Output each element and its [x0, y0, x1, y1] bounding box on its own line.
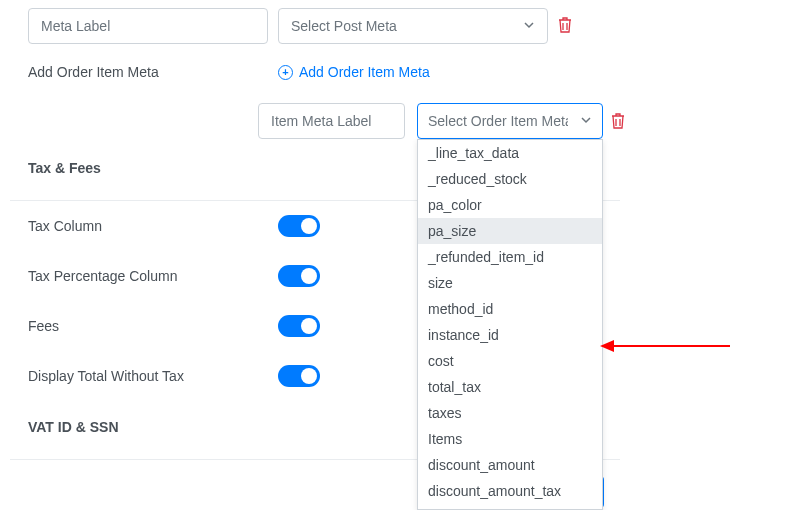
order-item-meta-select[interactable]: Select Order Item Meta — [417, 103, 603, 139]
setting-label: Fees — [28, 318, 278, 334]
trash-icon[interactable] — [558, 17, 572, 36]
setting-label: Tax Percentage Column — [28, 268, 278, 284]
dropdown-option[interactable]: pa_size — [418, 218, 602, 244]
dropdown-option[interactable]: total_tax — [418, 374, 602, 400]
dropdown-option[interactable]: coupon_data — [418, 504, 602, 509]
dropdown-option[interactable]: _refunded_item_id — [418, 244, 602, 270]
dropdown-option[interactable]: discount_amount — [418, 452, 602, 478]
toggle-switch[interactable] — [278, 365, 320, 387]
chevron-down-icon — [580, 113, 592, 129]
dropdown-option[interactable]: pa_color — [418, 192, 602, 218]
dropdown-option[interactable]: instance_id — [418, 322, 602, 348]
add-order-item-meta-label: Add Order Item Meta — [28, 64, 278, 80]
setting-label: Tax Column — [28, 218, 278, 234]
trash-icon[interactable] — [611, 113, 625, 132]
annotation-arrow — [600, 340, 730, 352]
toggle-switch[interactable] — [278, 265, 320, 287]
toggle-switch[interactable] — [278, 215, 320, 237]
post-meta-select[interactable]: Select Post Meta — [278, 8, 548, 44]
plus-circle-icon: + — [278, 65, 293, 80]
dropdown-option[interactable]: _reduced_stock — [418, 166, 602, 192]
dropdown-option[interactable]: size — [418, 270, 602, 296]
chevron-down-icon — [523, 18, 535, 34]
dropdown-option[interactable]: Items — [418, 426, 602, 452]
dropdown-option[interactable]: taxes — [418, 400, 602, 426]
add-order-item-meta-link[interactable]: + Add Order Item Meta — [278, 64, 430, 80]
meta-label-input[interactable]: Meta Label — [28, 8, 268, 44]
setting-label: Display Total Without Tax — [28, 368, 278, 384]
dropdown-option[interactable]: method_id — [418, 296, 602, 322]
dropdown-option[interactable]: cost — [418, 348, 602, 374]
toggle-switch[interactable] — [278, 315, 320, 337]
dropdown-option[interactable]: _line_tax_data — [418, 140, 602, 166]
dropdown-option[interactable]: discount_amount_tax — [418, 478, 602, 504]
item-meta-label-input[interactable]: Item Meta Label — [258, 103, 405, 139]
order-item-meta-dropdown-list[interactable]: _line_tax_data_reduced_stockpa_colorpa_s… — [417, 139, 603, 510]
